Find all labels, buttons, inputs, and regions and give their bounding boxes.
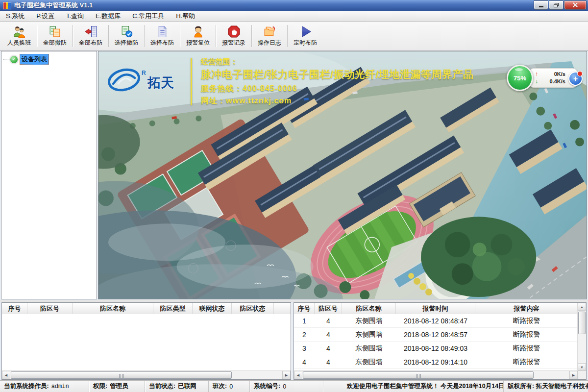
network-speed-widget: 75% ↑ 0K/s ↓ 0.4K/s + [507,65,578,91]
tree-item-device-list[interactable]: ✓ 设备列表 [1,51,97,65]
scroll-up-icon[interactable]: ▲ [578,303,586,311]
zone-table-body [2,314,291,371]
menu-settings[interactable]: P.设置 [30,11,60,22]
status-copyright: 版权所有: 拓天智能电子科技有限 [504,381,588,392]
status-shift: 班次: 0 [209,381,250,392]
zone-header-zone-state[interactable]: 防区状态 [232,303,274,314]
cell-index: 4 [294,355,315,368]
operation-log-label: 操作日志 [258,39,281,47]
timed-arm-label: 定时布防 [294,39,317,47]
bottom-panels: 序号 防区号 防区名称 防区类型 联网状态 防区状态 ◀ ▶ 序号 防区号 防区… [0,302,588,380]
arm-select-button[interactable]: 选择布防 [145,24,179,49]
status-welcome: 欢迎使用电子围栏集中管理系统！ 今天是2018年10月14日 星期日 [323,381,504,392]
menu-database[interactable]: E.数据库 [90,11,126,22]
toolbar: 人员换班 全部撤防 全部布防 [0,22,588,50]
alarm-row[interactable]: 1 4 东侧围墙 2018-08-12 08:48:47 断路报警 [294,314,578,328]
menubar: S.系统 P.设置 T.查询 E.数据库 C.常用工具 H.帮助 [0,11,588,22]
arm-all-icon [84,25,98,38]
disarm-all-label: 全部撤防 [43,39,67,47]
cell-content: 断路报警 [475,328,578,341]
download-arrow-icon: ↓ [535,78,538,85]
company-logo: R 拓天 [105,57,184,97]
alarm-header-zone-name[interactable]: 防区名称 [342,303,396,314]
menu-help[interactable]: H.帮助 [170,11,201,22]
alarm-row[interactable]: 2 4 东侧围墙 2018-08-12 08:48:57 断路报警 [294,328,578,342]
timed-arm-button[interactable]: 定时布防 [288,24,322,49]
scroll-thumb[interactable] [578,312,586,334]
cell-zone-name: 东侧围墙 [342,355,396,368]
system-no-value: 0 [283,383,286,390]
status-permission: 权限: 管理员 [89,381,145,392]
zone-header-index[interactable]: 序号 [2,303,27,314]
campus-image-panel: R 拓天 经营范围： 脉冲电子围栏/张力电子围栏/振动光纤/埋地泄漏等周界产品 … [98,51,587,299]
scrollbar-corner [578,371,586,379]
menu-tools[interactable]: C.常用工具 [126,11,170,22]
staff-shift-icon [13,25,26,38]
alarm-record-button[interactable]: 报警记录 [217,24,251,49]
menu-system[interactable]: S.系统 [0,11,30,22]
cell-zone-name: 东侧围墙 [342,328,396,341]
download-speed-value: 0.4K/s [550,78,565,85]
scroll-left-icon[interactable]: ◀ [294,371,302,379]
restore-button[interactable] [549,0,564,10]
alarm-vertical-scrollbar[interactable]: ▲ ▼ [577,303,586,371]
alarm-horizontal-scrollbar[interactable]: ◀ ▶ [294,370,578,379]
arm-select-icon [156,25,169,38]
status-operator: 当前系统操作员: admin [0,381,89,392]
alarm-record-label: 报警记录 [222,39,245,47]
notification-dot [577,71,583,76]
operation-log-button[interactable]: 操作日志 [252,24,287,49]
zone-header-zone-no[interactable]: 防区号 [27,303,73,314]
scroll-right-icon[interactable]: ▶ [282,371,291,379]
timed-arm-icon [299,25,312,38]
alarm-reset-button[interactable]: 报警复位 [181,24,215,49]
disarm-all-button[interactable]: 全部撤防 [38,24,72,49]
scroll-down-icon[interactable]: ▼ [578,363,586,371]
device-tree-panel: ✓ 设备列表 [1,51,97,299]
cell-content: 断路报警 [475,314,578,327]
shift-label: 班次: [213,382,227,391]
zone-header-zone-name[interactable]: 防区名称 [73,303,153,314]
disarm-select-label: 选择撤防 [115,39,138,47]
restore-icon [554,3,559,7]
scroll-left-icon[interactable]: ◀ [2,371,10,379]
alarm-header-zone-no[interactable]: 防区号 [315,303,342,314]
disarm-select-button[interactable]: 选择撤防 [109,24,144,49]
upload-speed-row: ↑ 0K/s [535,71,565,78]
disarm-select-icon [120,25,133,38]
alarm-header-content[interactable]: 报警内容 [475,303,578,314]
arm-all-button[interactable]: 全部布防 [74,24,108,49]
download-speed-row: ↓ 0.4K/s [535,78,565,85]
minimize-button[interactable] [534,0,548,10]
zone-header-net-state[interactable]: 联网状态 [193,303,232,314]
staff-shift-button[interactable]: 人员换班 [2,24,36,49]
alarm-record-icon [227,25,241,38]
scroll-right-icon[interactable]: ▶ [569,371,578,379]
zone-horizontal-scrollbar[interactable]: ◀ ▶ [2,370,291,379]
zone-header-zone-type[interactable]: 防区类型 [153,303,193,314]
close-button[interactable] [564,0,587,10]
alarm-header-index[interactable]: 序号 [294,303,315,314]
scroll-thumb[interactable] [303,371,534,379]
status-system-no: 系统编号: 0 [250,381,323,392]
shift-value: 0 [229,383,233,390]
toolbar-separator [144,25,145,47]
toolbar-separator [108,25,109,47]
alarm-row[interactable]: 3 4 东侧围墙 2018-08-12 08:49:03 断路报警 [294,342,578,355]
banner-website: 网址：www.ttznkj.com [201,96,474,106]
alarm-header-time[interactable]: 报警时间 [396,303,475,314]
menu-query[interactable]: T.查询 [60,11,90,22]
network-usage-ball[interactable]: 75% [507,65,533,91]
zone-header-filler [274,303,291,314]
scroll-thumb[interactable] [11,371,232,379]
cell-zone-name: 东侧围墙 [342,342,396,355]
toolbar-separator [251,25,252,47]
widget-plus-button[interactable]: + [568,72,583,86]
window-controls [533,0,587,11]
app-window: 电子围栏集中管理系统 V1.1 S.系统 P.设置 T.查询 E.数据库 C.常… [0,0,588,392]
cell-time: 2018-08-12 08:48:47 [396,314,475,327]
svg-text:R: R [142,70,146,76]
company-banner: R 拓天 经营范围： 脉冲电子围栏/张力电子围栏/振动光纤/埋地泄漏等周界产品 … [105,57,474,106]
zone-status-table: 序号 防区号 防区名称 防区类型 联网状态 防区状态 ◀ ▶ [1,302,291,380]
alarm-row[interactable]: 4 4 东侧围墙 2018-08-12 09:14:10 断路报警 [294,355,578,369]
